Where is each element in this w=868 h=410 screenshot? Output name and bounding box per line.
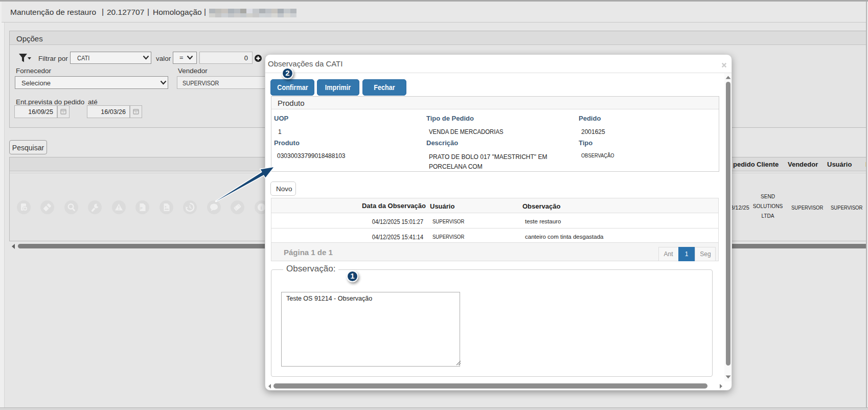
svg-text:P: P (140, 207, 143, 210)
svg-text:?: ? (135, 111, 137, 114)
svg-text:?: ? (62, 111, 64, 114)
